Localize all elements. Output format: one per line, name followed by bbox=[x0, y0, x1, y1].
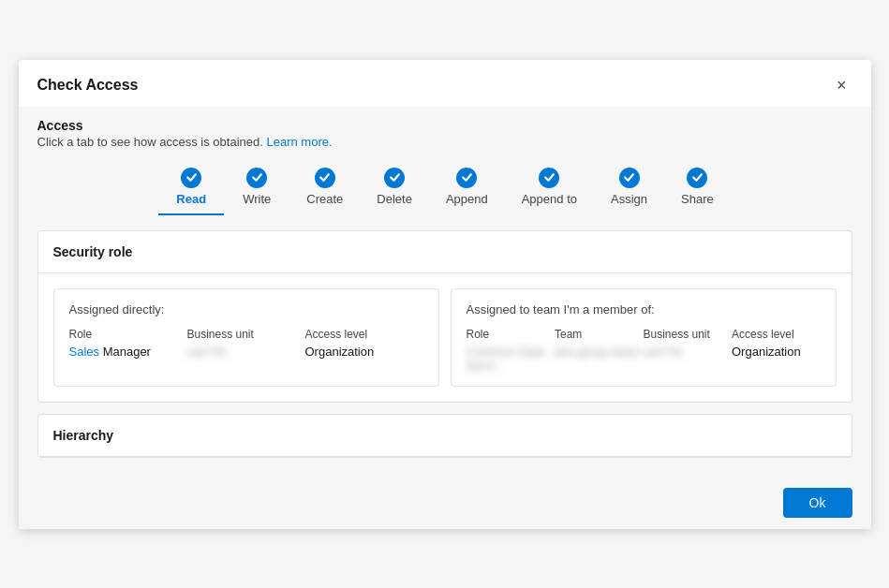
assignment-columns: Assigned directly: Role Business unit Ac… bbox=[53, 288, 837, 387]
dialog-footer: Ok bbox=[19, 477, 871, 529]
directly-col-access-header: Access level bbox=[305, 328, 423, 341]
role-part1: Sales bbox=[69, 345, 100, 359]
team-col-access-header: Access level bbox=[732, 328, 821, 341]
directly-bu-blurred: can731 bbox=[187, 345, 228, 359]
assigned-team-box: Assigned to team I'm a member of: Role T… bbox=[451, 288, 837, 387]
assigned-directly-box: Assigned directly: Role Business unit Ac… bbox=[53, 288, 439, 387]
team-col-bu-header: Business unit bbox=[644, 328, 733, 341]
team-col-team-header: Team bbox=[555, 328, 644, 341]
access-label: Access bbox=[37, 118, 852, 133]
team-team-blurred: test group team bbox=[555, 345, 639, 359]
security-role-title: Security role bbox=[38, 231, 852, 273]
ok-button[interactable]: Ok bbox=[783, 488, 852, 518]
checkmark-icon-assign bbox=[619, 168, 640, 188]
tab-assign[interactable]: Assign bbox=[594, 164, 664, 215]
tab-read[interactable]: Read bbox=[158, 164, 224, 215]
tab-delete-label: Delete bbox=[377, 192, 412, 206]
directly-bu-value: can731 bbox=[187, 345, 305, 359]
checkmark-icon-read bbox=[181, 168, 201, 188]
tab-read-label: Read bbox=[176, 192, 206, 206]
checkmark-icon-create bbox=[315, 168, 335, 188]
team-bu-blurred: can731 bbox=[644, 345, 684, 359]
tab-assign-label: Assign bbox=[611, 192, 647, 206]
access-description: Click a tab to see how access is obtaine… bbox=[37, 135, 852, 149]
team-access-value: Organization bbox=[732, 345, 821, 359]
team-header-row: Role Team Business unit Access level bbox=[467, 328, 821, 341]
tab-write-label: Write bbox=[243, 192, 271, 206]
tab-share-label: Share bbox=[681, 192, 714, 206]
dialog-body: Access Click a tab to see how access is … bbox=[19, 107, 871, 477]
tabs-row: Read Write Create bbox=[37, 164, 852, 215]
checkmark-icon-write bbox=[246, 168, 267, 188]
access-section: Access Click a tab to see how access is … bbox=[37, 107, 852, 458]
team-role-blurred: Common Data Servi... bbox=[467, 345, 545, 373]
tab-share[interactable]: Share bbox=[664, 164, 731, 215]
team-bu-value: can731 bbox=[644, 345, 733, 359]
tab-append[interactable]: Append bbox=[429, 164, 505, 215]
hierarchy-card: Hierarchy bbox=[37, 414, 852, 458]
role-part2: Manager bbox=[99, 345, 151, 359]
directly-role-value[interactable]: Sales Manager bbox=[69, 345, 187, 359]
security-role-card: Security role Assigned directly: Role Bu… bbox=[37, 230, 852, 403]
tab-append-to[interactable]: Append to bbox=[505, 164, 594, 215]
learn-more-link[interactable]: Learn more. bbox=[266, 135, 332, 149]
assigned-directly-heading: Assigned directly: bbox=[69, 302, 423, 316]
hierarchy-title: Hierarchy bbox=[38, 415, 852, 457]
directly-header-row: Role Business unit Access level bbox=[69, 328, 423, 341]
security-role-body: Assigned directly: Role Business unit Ac… bbox=[38, 273, 852, 402]
check-access-dialog: Check Access × Access Click a tab to see… bbox=[19, 60, 871, 529]
checkmark-icon-append-to bbox=[539, 168, 559, 188]
tab-create-label: Create bbox=[306, 192, 343, 206]
team-col-role-header: Role bbox=[467, 328, 556, 341]
tab-append-to-label: Append to bbox=[522, 192, 577, 206]
tab-append-label: Append bbox=[446, 192, 488, 206]
directly-col-bu-header: Business unit bbox=[187, 328, 305, 341]
checkmark-icon-delete bbox=[384, 168, 405, 188]
assigned-team-heading: Assigned to team I'm a member of: bbox=[467, 302, 821, 316]
directly-access-value: Organization bbox=[305, 345, 423, 359]
tab-delete[interactable]: Delete bbox=[360, 164, 429, 215]
tab-create[interactable]: Create bbox=[289, 164, 360, 215]
tab-write[interactable]: Write bbox=[224, 164, 289, 215]
directly-data-row: Sales Manager can731 Organization bbox=[69, 345, 423, 359]
checkmark-icon-append bbox=[456, 168, 477, 188]
checkmark-icon-share bbox=[687, 168, 707, 188]
team-team-value: test group team bbox=[555, 345, 644, 359]
directly-col-role-header: Role bbox=[69, 328, 187, 341]
dialog-title: Check Access bbox=[37, 77, 139, 94]
close-button[interactable]: × bbox=[831, 75, 852, 96]
team-data-row: Common Data Servi... test group team can… bbox=[467, 345, 821, 373]
dialog-header: Check Access × bbox=[19, 60, 871, 107]
team-role-value: Common Data Servi... bbox=[467, 345, 556, 373]
